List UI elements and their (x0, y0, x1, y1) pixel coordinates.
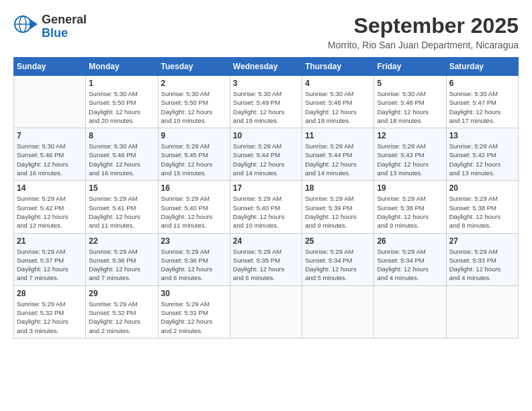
logo-text: General Blue (42, 13, 87, 40)
day-info: Sunrise: 5:29 AMSunset: 5:39 PMDaylight:… (305, 194, 371, 230)
calendar-cell (14, 76, 86, 128)
calendar-cell: 16Sunrise: 5:29 AMSunset: 5:40 PMDayligh… (158, 181, 230, 233)
day-info: Sunrise: 5:29 AMSunset: 5:36 PMDaylight:… (89, 247, 154, 283)
logo: General Blue (13, 13, 87, 40)
day-number: 10 (233, 131, 299, 140)
page-header: General Blue September 2025 Morrito, Rio… (13, 13, 519, 50)
day-info: Sunrise: 5:29 AMSunset: 5:34 PMDaylight:… (305, 247, 371, 283)
day-number: 29 (89, 289, 154, 298)
calendar-cell: 11Sunrise: 5:29 AMSunset: 5:44 PMDayligh… (302, 128, 374, 181)
day-header-tuesday: Tuesday (158, 58, 230, 76)
day-number: 18 (305, 183, 371, 193)
calendar-cell: 14Sunrise: 5:29 AMSunset: 5:42 PMDayligh… (14, 181, 86, 233)
day-info: Sunrise: 5:29 AMSunset: 5:37 PMDaylight:… (17, 247, 83, 283)
day-header-wednesday: Wednesday (230, 58, 302, 76)
calendar-table: SundayMondayTuesdayWednesdayThursdayFrid… (13, 57, 519, 338)
day-info: Sunrise: 5:30 AMSunset: 5:46 PMDaylight:… (17, 142, 83, 177)
calendar-cell: 9Sunrise: 5:29 AMSunset: 5:45 PMDaylight… (158, 128, 230, 181)
day-number: 17 (233, 183, 299, 193)
calendar-cell: 20Sunrise: 5:29 AMSunset: 5:38 PMDayligh… (446, 181, 518, 233)
day-number: 11 (305, 131, 371, 140)
day-number: 19 (377, 183, 443, 193)
calendar-cell: 10Sunrise: 5:29 AMSunset: 5:44 PMDayligh… (230, 128, 302, 181)
calendar-cell: 25Sunrise: 5:29 AMSunset: 5:34 PMDayligh… (302, 233, 374, 285)
day-number: 16 (161, 183, 227, 193)
logo-icon (13, 15, 38, 39)
day-info: Sunrise: 5:29 AMSunset: 5:45 PMDaylight:… (161, 142, 227, 177)
week-row-2: 7Sunrise: 5:30 AMSunset: 5:46 PMDaylight… (14, 128, 519, 181)
day-header-thursday: Thursday (302, 58, 374, 76)
calendar-cell: 28Sunrise: 5:29 AMSunset: 5:32 PMDayligh… (14, 285, 86, 338)
calendar-header-row: SundayMondayTuesdayWednesdayThursdayFrid… (14, 58, 519, 76)
day-info: Sunrise: 5:29 AMSunset: 5:43 PMDaylight:… (377, 142, 443, 177)
day-number: 7 (17, 131, 83, 140)
day-number: 14 (17, 183, 83, 193)
calendar-cell (302, 285, 374, 338)
day-info: Sunrise: 5:29 AMSunset: 5:34 PMDaylight:… (377, 247, 443, 283)
day-number: 27 (449, 236, 515, 246)
calendar-cell: 15Sunrise: 5:29 AMSunset: 5:41 PMDayligh… (86, 181, 158, 233)
day-info: Sunrise: 5:29 AMSunset: 5:44 PMDaylight:… (305, 142, 371, 177)
day-info: Sunrise: 5:29 AMSunset: 5:41 PMDaylight:… (89, 194, 154, 230)
day-info: Sunrise: 5:29 AMSunset: 5:38 PMDaylight:… (377, 194, 443, 230)
day-info: Sunrise: 5:29 AMSunset: 5:42 PMDaylight:… (449, 142, 515, 177)
title-block: September 2025 Morrito, Rio San Juan Dep… (328, 13, 519, 50)
calendar-cell: 21Sunrise: 5:29 AMSunset: 5:37 PMDayligh… (14, 233, 86, 285)
calendar-cell: 24Sunrise: 5:29 AMSunset: 5:35 PMDayligh… (230, 233, 302, 285)
calendar-cell: 8Sunrise: 5:30 AMSunset: 5:46 PMDaylight… (86, 128, 158, 181)
day-number: 4 (305, 79, 371, 88)
day-info: Sunrise: 5:29 AMSunset: 5:32 PMDaylight:… (89, 300, 154, 335)
day-header-monday: Monday (86, 58, 158, 76)
calendar-cell: 17Sunrise: 5:29 AMSunset: 5:40 PMDayligh… (230, 181, 302, 233)
day-number: 2 (161, 79, 227, 88)
calendar-cell: 27Sunrise: 5:29 AMSunset: 5:33 PMDayligh… (446, 233, 518, 285)
day-info: Sunrise: 5:29 AMSunset: 5:33 PMDaylight:… (449, 247, 515, 283)
day-number: 1 (89, 79, 154, 88)
day-number: 8 (89, 131, 154, 140)
calendar-cell: 19Sunrise: 5:29 AMSunset: 5:38 PMDayligh… (374, 181, 446, 233)
calendar-cell: 12Sunrise: 5:29 AMSunset: 5:43 PMDayligh… (374, 128, 446, 181)
week-row-5: 28Sunrise: 5:29 AMSunset: 5:32 PMDayligh… (14, 285, 519, 338)
day-number: 30 (161, 289, 227, 298)
day-header-sunday: Sunday (14, 58, 86, 76)
day-number: 25 (305, 236, 371, 246)
day-info: Sunrise: 5:29 AMSunset: 5:35 PMDaylight:… (233, 247, 299, 283)
day-number: 26 (377, 236, 443, 246)
calendar-cell (374, 285, 446, 338)
day-number: 23 (161, 236, 227, 246)
calendar-cell: 30Sunrise: 5:29 AMSunset: 5:31 PMDayligh… (158, 285, 230, 338)
calendar-cell: 5Sunrise: 5:30 AMSunset: 5:48 PMDaylight… (374, 76, 446, 128)
day-header-saturday: Saturday (446, 58, 518, 76)
location: Morrito, Rio San Juan Department, Nicara… (328, 40, 519, 50)
day-info: Sunrise: 5:30 AMSunset: 5:49 PMDaylight:… (233, 89, 299, 125)
day-info: Sunrise: 5:29 AMSunset: 5:40 PMDaylight:… (161, 194, 227, 230)
day-info: Sunrise: 5:30 AMSunset: 5:48 PMDaylight:… (377, 89, 443, 125)
calendar-cell: 13Sunrise: 5:29 AMSunset: 5:42 PMDayligh… (446, 128, 518, 181)
svg-marker-3 (30, 19, 38, 30)
calendar-cell: 3Sunrise: 5:30 AMSunset: 5:49 PMDaylight… (230, 76, 302, 128)
day-number: 28 (17, 289, 83, 298)
calendar-cell: 23Sunrise: 5:29 AMSunset: 5:36 PMDayligh… (158, 233, 230, 285)
day-info: Sunrise: 5:29 AMSunset: 5:40 PMDaylight:… (233, 194, 299, 230)
day-number: 13 (449, 131, 515, 140)
calendar-cell: 6Sunrise: 5:30 AMSunset: 5:47 PMDaylight… (446, 76, 518, 128)
day-number: 21 (17, 236, 83, 246)
calendar-cell: 29Sunrise: 5:29 AMSunset: 5:32 PMDayligh… (86, 285, 158, 338)
calendar-cell: 2Sunrise: 5:30 AMSunset: 5:50 PMDaylight… (158, 76, 230, 128)
day-info: Sunrise: 5:29 AMSunset: 5:36 PMDaylight:… (161, 247, 227, 283)
calendar-cell: 7Sunrise: 5:30 AMSunset: 5:46 PMDaylight… (14, 128, 86, 181)
calendar-cell (446, 285, 518, 338)
day-info: Sunrise: 5:29 AMSunset: 5:42 PMDaylight:… (17, 194, 83, 230)
day-info: Sunrise: 5:30 AMSunset: 5:47 PMDaylight:… (449, 89, 515, 125)
calendar-cell: 4Sunrise: 5:30 AMSunset: 5:48 PMDaylight… (302, 76, 374, 128)
day-number: 15 (89, 183, 154, 193)
day-info: Sunrise: 5:30 AMSunset: 5:50 PMDaylight:… (89, 89, 154, 125)
day-info: Sunrise: 5:30 AMSunset: 5:50 PMDaylight:… (161, 89, 227, 125)
day-number: 5 (377, 79, 443, 88)
calendar-cell (230, 285, 302, 338)
day-number: 9 (161, 131, 227, 140)
month-title: September 2025 (328, 13, 519, 38)
calendar-cell: 26Sunrise: 5:29 AMSunset: 5:34 PMDayligh… (374, 233, 446, 285)
day-info: Sunrise: 5:29 AMSunset: 5:44 PMDaylight:… (233, 142, 299, 177)
day-number: 20 (449, 183, 515, 193)
